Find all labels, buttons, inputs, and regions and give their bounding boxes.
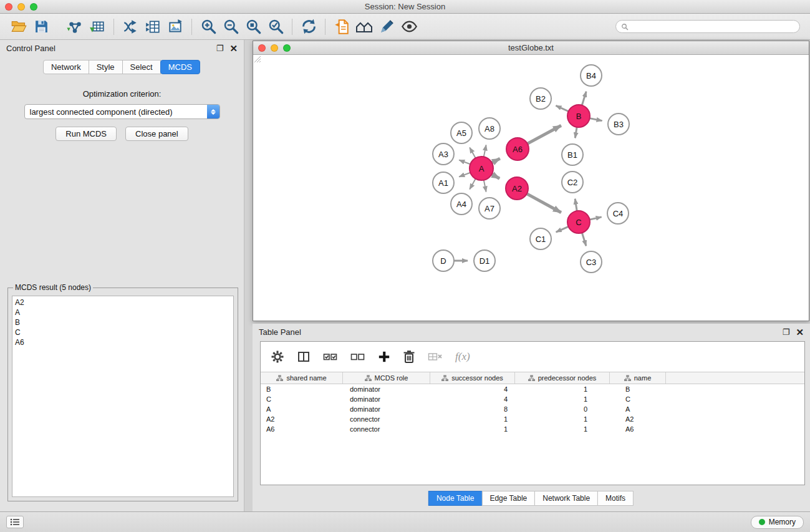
network-node[interactable]: C1 (530, 228, 551, 249)
resize-grip[interactable] (253, 55, 261, 62)
select-all-button[interactable] (323, 351, 338, 362)
table-row[interactable]: Cdominator41C (261, 394, 804, 404)
network-edge[interactable] (459, 173, 470, 177)
network-edge[interactable] (582, 233, 586, 246)
zoom-window-button[interactable] (30, 3, 37, 11)
mcds-result-item[interactable]: A6 (15, 337, 231, 347)
zoom-in-button[interactable] (197, 16, 219, 38)
network-edge[interactable] (470, 179, 476, 190)
network-node[interactable]: C4 (607, 203, 629, 224)
float-panel-icon[interactable]: ❐ (216, 44, 224, 52)
network-edge[interactable] (528, 125, 561, 143)
export-image-button[interactable] (164, 16, 186, 38)
zoom-fit-button[interactable] (242, 16, 264, 38)
import-network-button[interactable] (64, 16, 86, 38)
task-history-button[interactable] (6, 516, 24, 528)
mcds-result-item[interactable]: A2 (15, 297, 231, 307)
table-row[interactable]: Adominator80A (261, 404, 804, 414)
save-session-button[interactable] (30, 16, 52, 38)
network-from-table-button[interactable] (142, 16, 164, 38)
tab-mcds[interactable]: MCDS (160, 60, 200, 74)
tab-style[interactable]: Style (89, 60, 123, 74)
network-node[interactable]: D (433, 250, 454, 271)
tab-select[interactable]: Select (122, 60, 161, 74)
show-hide-button[interactable] (398, 16, 420, 38)
minimize-window-button[interactable] (17, 3, 25, 11)
tab-motifs[interactable]: Motifs (597, 491, 634, 506)
network-edge[interactable] (484, 180, 486, 192)
memory-button[interactable]: Memory (751, 516, 804, 529)
tab-network-table[interactable]: Network Table (534, 491, 598, 506)
network-edge[interactable] (492, 158, 500, 163)
network-edge[interactable] (575, 127, 577, 138)
close-table-panel-icon[interactable]: ✕ (796, 327, 804, 337)
network-node[interactable]: B (567, 105, 590, 127)
mcds-result-item[interactable]: A (15, 307, 231, 317)
network-node[interactable]: A6 (506, 138, 529, 160)
network-node[interactable]: A4 (451, 193, 472, 215)
network-edge[interactable] (556, 226, 569, 232)
network-window-titlebar[interactable]: testGlobe.txt (253, 41, 809, 55)
table-row[interactable]: Bdominator41B (261, 384, 804, 394)
import-table-button[interactable] (86, 16, 108, 38)
network-node[interactable]: A2 (506, 177, 528, 200)
network-edge[interactable] (459, 160, 470, 165)
network-node[interactable]: A7 (479, 198, 500, 219)
column-header-mcds-role[interactable]: MCDS role (343, 372, 430, 384)
optimization-criterion-dropdown[interactable]: largest connected component (directed) (24, 104, 220, 119)
add-row-button[interactable] (378, 351, 390, 363)
table-row[interactable]: A6connector11A6 (261, 424, 804, 434)
tab-edge-table[interactable]: Edge Table (481, 491, 535, 506)
network-node[interactable]: D1 (474, 250, 495, 271)
network-edge[interactable] (484, 145, 486, 157)
mcds-result-list[interactable]: A2ABCA6 (12, 296, 234, 497)
refresh-button[interactable] (297, 16, 320, 38)
network-node[interactable]: C (567, 211, 590, 233)
network-edge[interactable] (575, 199, 577, 211)
new-network-button[interactable] (119, 16, 142, 38)
open-session-button[interactable] (7, 16, 30, 38)
close-window-button[interactable] (5, 3, 12, 11)
network-node[interactable]: A (470, 157, 493, 180)
zoom-network-button[interactable] (283, 44, 291, 52)
function-builder-button[interactable]: f(x) (455, 351, 470, 363)
close-panel-icon[interactable]: ✕ (229, 44, 238, 53)
network-edge[interactable] (590, 217, 602, 220)
column-header-shared-name[interactable]: shared name (261, 372, 343, 384)
tab-node-table[interactable]: Node Table (428, 491, 483, 506)
zoom-selected-button[interactable] (264, 16, 287, 38)
network-node[interactable]: B2 (530, 88, 551, 109)
close-network-button[interactable] (258, 44, 266, 52)
network-node[interactable]: A5 (451, 122, 472, 143)
zoom-out-button[interactable] (219, 16, 242, 38)
show-columns-button[interactable] (297, 350, 311, 364)
network-canvas[interactable]: AA6A2BCA5A8A3A1A4A7B2B4B3B1C2C4C1C3DD1 (253, 55, 809, 321)
copy-document-button[interactable] (330, 16, 353, 38)
annotate-button[interactable] (375, 16, 398, 38)
network-node[interactable]: C2 (562, 172, 583, 193)
network-edge[interactable] (582, 92, 586, 105)
table-settings-button[interactable] (271, 350, 284, 364)
column-header-name[interactable]: name (610, 372, 666, 384)
network-node[interactable]: C3 (581, 251, 602, 273)
network-edge[interactable] (492, 174, 500, 178)
run-mcds-button[interactable]: Run MCDS (55, 127, 117, 141)
search-input[interactable] (632, 22, 794, 31)
network-edge[interactable] (527, 194, 561, 213)
column-header-predecessor-nodes[interactable]: predecessor nodes (515, 372, 610, 384)
delete-button[interactable] (403, 350, 415, 364)
network-edge[interactable] (470, 148, 476, 158)
table-row[interactable]: A2connector11A2 (261, 414, 804, 424)
column-header-successor-nodes[interactable]: successor nodes (430, 372, 515, 384)
network-node[interactable]: B3 (608, 114, 629, 135)
deselect-all-button[interactable] (350, 351, 365, 362)
mcds-result-item[interactable]: B (15, 317, 231, 327)
minimize-network-button[interactable] (271, 44, 278, 52)
network-node[interactable]: A1 (433, 172, 454, 193)
network-node[interactable]: B4 (581, 65, 602, 86)
network-node[interactable]: A8 (479, 118, 500, 139)
network-edge[interactable] (556, 105, 569, 111)
mcds-result-item[interactable]: C (15, 327, 231, 337)
tab-network[interactable]: Network (43, 60, 89, 74)
network-node[interactable]: A3 (433, 143, 454, 165)
